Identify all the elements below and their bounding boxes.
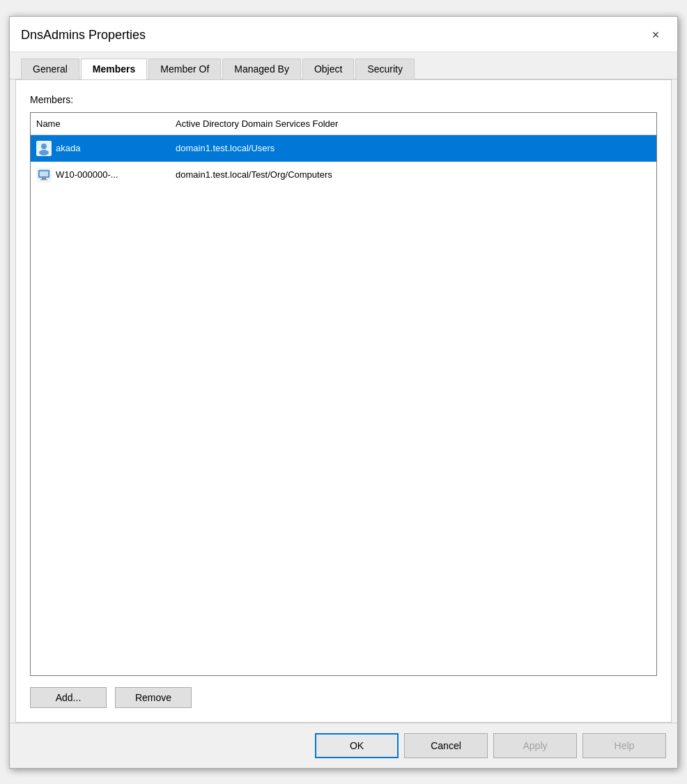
tab-members[interactable]: Members [81,59,147,79]
svg-point-1 [41,144,47,149]
tab-security[interactable]: Security [355,59,415,79]
row-folder-cell: domain1.test.local/Users [170,140,656,156]
column-header-name: Name [31,116,170,132]
tab-content: Members: Name Active Directory Domain Se… [15,79,672,723]
tab-member-of[interactable]: Member Of [148,59,221,79]
user-icon [36,141,52,156]
ok-button[interactable]: OK [315,733,399,758]
svg-rect-5 [40,171,48,176]
footer: OK Cancel Apply Help [10,723,677,768]
row-name-cell: W10-000000-... [31,164,170,185]
add-button[interactable]: Add... [30,687,107,708]
action-buttons: Add... Remove [30,676,657,708]
svg-rect-6 [42,178,46,179]
table-row[interactable]: akada domain1.test.local/Users [31,135,656,162]
tab-bar: General Members Member Of Managed By Obj… [10,52,677,79]
dialog-title: DnsAdmins Properties [21,28,146,43]
close-button[interactable]: × [645,25,666,46]
row-name-cell: akada [31,138,170,159]
row-name-text: W10-000000-... [56,169,118,180]
cancel-button[interactable]: Cancel [404,733,488,758]
apply-button[interactable]: Apply [493,733,577,758]
list-header: Name Active Directory Domain Services Fo… [31,113,656,135]
table-row[interactable]: W10-000000-... domain1.test.local/Test/O… [31,162,656,188]
svg-point-2 [39,150,49,155]
list-body: akada domain1.test.local/Users [31,135,656,675]
computer-icon [36,167,52,183]
column-header-folder: Active Directory Domain Services Folder [170,116,656,132]
dialog-window: DnsAdmins Properties × General Members M… [9,16,678,769]
tab-general[interactable]: General [21,59,79,79]
members-label: Members: [30,94,657,105]
row-folder-cell: domain1.test.local/Test/Org/Computers [170,167,656,183]
row-name-text: akada [56,143,80,153]
tab-managed-by[interactable]: Managed By [222,59,301,79]
help-button[interactable]: Help [582,733,666,758]
members-list[interactable]: Name Active Directory Domain Services Fo… [30,112,657,676]
remove-button[interactable]: Remove [115,687,192,708]
title-bar: DnsAdmins Properties × [10,17,677,52]
svg-rect-7 [40,179,47,180]
tab-object[interactable]: Object [302,59,354,79]
